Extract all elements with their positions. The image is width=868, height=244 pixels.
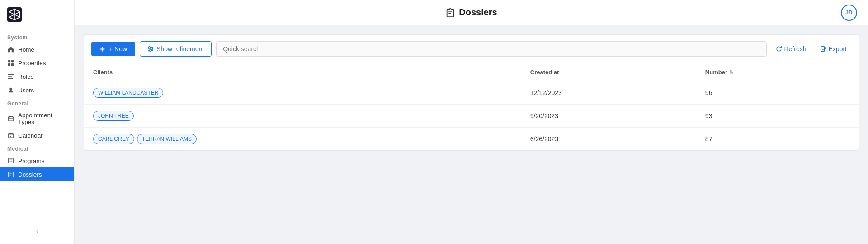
search-input[interactable]: [216, 41, 766, 57]
sidebar-item-appointment-types[interactable]: Appointment Types: [0, 109, 74, 129]
users-icon: [7, 86, 14, 94]
col-number[interactable]: Number ⇅: [696, 63, 859, 81]
sidebar-item-dossiers[interactable]: Dossiers: [0, 167, 74, 181]
dossiers-header-icon: [445, 8, 455, 18]
refinement-label: Show refinement: [156, 45, 204, 53]
cell-clients: JOHN TREE: [84, 105, 521, 128]
cell-clients: WILLIAM LANDCASTER: [84, 81, 521, 105]
show-refinement-button[interactable]: Show refinement: [140, 41, 212, 57]
cell-number: 96: [696, 81, 859, 105]
sidebar-item-roles[interactable]: Roles: [0, 70, 74, 83]
svg-rect-11: [8, 78, 13, 79]
page-title: Dossiers: [459, 7, 497, 18]
content-area: + New Show refinement: [75, 25, 868, 244]
col-created-at: Created at: [521, 63, 696, 81]
sidebar-item-users[interactable]: Users: [0, 83, 74, 97]
table-row: WILLIAM LANDCASTER12/12/202396: [84, 81, 859, 105]
export-button[interactable]: Export: [816, 42, 851, 56]
header-title-area: Dossiers: [445, 7, 497, 18]
main-area: Dossiers JD + New: [75, 0, 868, 244]
dossiers-card: + New Show refinement: [84, 34, 859, 151]
svg-rect-9: [8, 74, 14, 75]
refresh-button[interactable]: Refresh: [771, 42, 811, 56]
export-label: Export: [829, 45, 847, 53]
sidebar-collapse-button[interactable]: ‹: [0, 224, 74, 239]
svg-rect-8: [11, 63, 14, 66]
svg-rect-5: [8, 60, 10, 62]
refresh-label: Refresh: [784, 45, 807, 53]
properties-label: Properties: [18, 60, 46, 67]
users-label: Users: [18, 87, 34, 94]
client-badge[interactable]: CARL GREY: [93, 134, 134, 144]
svg-rect-37: [821, 47, 824, 52]
svg-point-12: [9, 88, 12, 90]
svg-point-34: [149, 47, 151, 48]
sidebar: System Home Properties Roles Users Gener…: [0, 0, 75, 244]
avatar-initials: JD: [845, 10, 852, 16]
system-section-label: System: [0, 31, 74, 43]
refinement-icon: [147, 46, 154, 52]
plus-icon: [99, 46, 105, 52]
calendar-label: Calendar: [18, 132, 43, 139]
appointment-types-label: Appointment Types: [18, 112, 67, 125]
roles-label: Roles: [18, 73, 34, 80]
svg-rect-6: [11, 60, 14, 62]
cell-number: 93: [696, 105, 859, 128]
table-row: JOHN TREE9/20/202393: [84, 105, 859, 128]
svg-rect-13: [9, 117, 14, 121]
properties-icon: [7, 59, 14, 67]
svg-rect-17: [9, 134, 14, 138]
cell-number: 87: [696, 128, 859, 151]
svg-point-36: [149, 50, 151, 52]
col-clients: Clients: [84, 63, 521, 81]
export-icon: [820, 46, 826, 52]
general-section-label: General: [0, 97, 74, 109]
client-badge[interactable]: TEHRAN WILLIAMS: [137, 134, 197, 144]
client-badge[interactable]: JOHN TREE: [93, 111, 134, 121]
new-button[interactable]: + New: [91, 42, 135, 56]
svg-rect-10: [8, 76, 12, 77]
home-icon: [7, 46, 14, 53]
toolbar: + New Show refinement: [84, 35, 859, 63]
appointment-icon: [7, 115, 14, 122]
calendar-icon: [7, 132, 14, 139]
cell-created-at: 12/12/2023: [521, 81, 696, 105]
dossiers-icon: [7, 171, 14, 178]
collapse-icon: ‹: [36, 228, 38, 235]
cell-created-at: 9/20/2023: [521, 105, 696, 128]
home-label: Home: [18, 46, 34, 53]
svg-rect-7: [8, 63, 10, 66]
table-row: CARL GREYTEHRAN WILLIAMS6/26/202387: [84, 128, 859, 151]
sidebar-item-properties[interactable]: Properties: [0, 56, 74, 70]
cell-clients: CARL GREYTEHRAN WILLIAMS: [84, 128, 521, 151]
roles-icon: [7, 73, 14, 80]
programs-label: Programs: [18, 158, 45, 164]
page-header: Dossiers JD: [75, 0, 868, 25]
medical-section-label: Medical: [0, 142, 74, 154]
sidebar-item-programs[interactable]: Programs: [0, 154, 74, 167]
sidebar-item-home[interactable]: Home: [0, 43, 74, 56]
avatar[interactable]: JD: [841, 5, 857, 21]
svg-point-35: [151, 48, 153, 50]
svg-point-21: [10, 136, 11, 137]
programs-icon: [7, 157, 14, 164]
dossiers-label: Dossiers: [18, 171, 42, 178]
refresh-icon: [776, 46, 782, 52]
cell-created-at: 6/26/2023: [521, 128, 696, 151]
svg-rect-22: [9, 158, 14, 163]
sidebar-item-calendar[interactable]: Calendar: [0, 129, 74, 142]
dossiers-table: Clients Created at Number ⇅: [84, 63, 859, 150]
client-badge[interactable]: WILLIAM LANDCASTER: [93, 88, 163, 98]
app-logo: [0, 5, 74, 31]
sort-icon: ⇅: [729, 69, 733, 75]
